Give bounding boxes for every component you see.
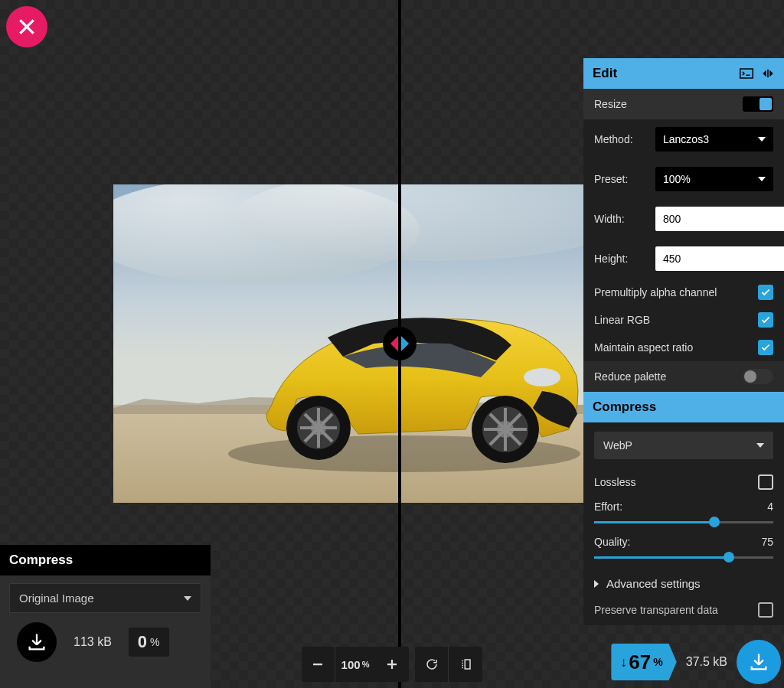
percent-unit: %	[150, 636, 159, 648]
original-reduction-value: 0	[138, 632, 147, 652]
zoom-in-button[interactable]	[375, 647, 409, 682]
compare-slider-handle[interactable]	[383, 327, 416, 360]
original-file-size: 113 kB	[74, 635, 112, 649]
chevron-down-icon	[758, 177, 766, 181]
lossless-checkbox[interactable]	[758, 474, 773, 490]
advanced-settings-toggle[interactable]: Advanced settings	[583, 566, 784, 598]
reduction-value: 67	[629, 651, 651, 674]
preserve-transparent-label: Preserve transparent data	[594, 604, 718, 616]
chevron-down-icon	[756, 443, 764, 448]
svg-rect-23	[466, 660, 471, 669]
width-input[interactable]	[655, 207, 784, 231]
download-original-button[interactable]	[17, 622, 57, 662]
download-icon	[26, 631, 47, 653]
arrow-right-icon	[401, 336, 409, 351]
method-select[interactable]: Lanczos3	[655, 127, 773, 152]
svg-rect-25	[740, 69, 753, 78]
quality-value: 75	[761, 536, 773, 548]
reduction-badge: ↓ 67 %	[611, 644, 676, 680]
effort-value: 4	[767, 501, 773, 513]
advanced-label: Advanced settings	[606, 577, 701, 590]
zoom-out-button[interactable]	[302, 647, 335, 682]
left-format-value: Original Image	[19, 592, 94, 605]
right-footer: ↓ 67 % 37.5 kB	[583, 636, 784, 688]
compress-section-header: Compress	[583, 392, 784, 422]
preview-image	[113, 184, 583, 503]
chevron-right-icon	[594, 580, 599, 588]
preserve-transparent-checkbox[interactable]	[758, 602, 773, 618]
maintain-aspect-label: Maintain aspect ratio	[594, 341, 693, 354]
left-format-select[interactable]: Original Image	[9, 583, 201, 613]
right-panel: Edit Resize Method: Lanczos3 Preset: 100…	[583, 58, 784, 625]
premultiply-checkbox[interactable]	[758, 285, 773, 300]
zoom-value: 100	[341, 658, 361, 671]
maintain-aspect-checkbox[interactable]	[758, 340, 773, 355]
premultiply-label: Premultiply alpha channel	[594, 286, 717, 298]
compress-format-value: WebP	[603, 439, 632, 452]
resize-label: Resize	[594, 98, 627, 110]
quality-slider[interactable]	[594, 551, 773, 563]
download-icon	[748, 651, 769, 673]
preset-label: Preset:	[594, 173, 648, 185]
method-value: Lanczos3	[663, 133, 709, 145]
height-label: Height:	[594, 253, 648, 265]
left-compress-header: Compress	[0, 545, 211, 576]
method-label: Method:	[594, 133, 648, 145]
effort-label: Effort:	[594, 501, 622, 513]
chevron-down-icon	[758, 137, 766, 142]
left-panel: Compress Original Image 113 kB 0 %	[0, 545, 211, 688]
close-icon	[17, 17, 37, 37]
quality-label: Quality:	[594, 536, 630, 548]
close-button[interactable]	[6, 6, 47, 47]
height-input[interactable]	[655, 246, 784, 271]
compress-format-select[interactable]: WebP	[594, 432, 773, 459]
lossless-label: Lossless	[594, 476, 635, 488]
linear-rgb-checkbox[interactable]	[758, 312, 773, 328]
transform-button[interactable]	[449, 647, 482, 682]
compare-toggle-icon[interactable]	[761, 68, 775, 79]
preset-select[interactable]: 100%	[655, 167, 773, 191]
linear-rgb-label: Linear RGB	[594, 314, 650, 326]
svg-point-5	[524, 368, 560, 386]
width-label: Width:	[594, 213, 648, 225]
reduction-unit: %	[653, 656, 662, 668]
terminal-icon[interactable]	[740, 68, 753, 79]
zoom-level[interactable]: 100 %	[335, 647, 376, 682]
chevron-down-icon	[184, 596, 191, 601]
original-reduction-badge: 0 %	[129, 628, 169, 657]
edit-header-label: Edit	[593, 66, 617, 81]
arrow-left-icon	[390, 336, 398, 351]
zoom-unit: %	[362, 660, 370, 669]
preset-value: 100%	[663, 173, 691, 185]
edit-section-header: Edit	[583, 58, 784, 89]
effort-slider[interactable]	[594, 516, 773, 528]
arrow-down-icon: ↓	[620, 654, 627, 670]
resize-toggle[interactable]	[743, 96, 773, 112]
reduce-palette-label: Reduce palette	[594, 370, 666, 383]
download-compressed-button[interactable]	[737, 640, 781, 684]
reduce-palette-toggle[interactable]	[743, 369, 773, 384]
output-file-size: 37.5 kB	[686, 655, 727, 669]
compress-header-label: Compress	[593, 399, 656, 415]
preview-area[interactable]	[113, 184, 583, 503]
rotate-button[interactable]	[415, 647, 449, 682]
